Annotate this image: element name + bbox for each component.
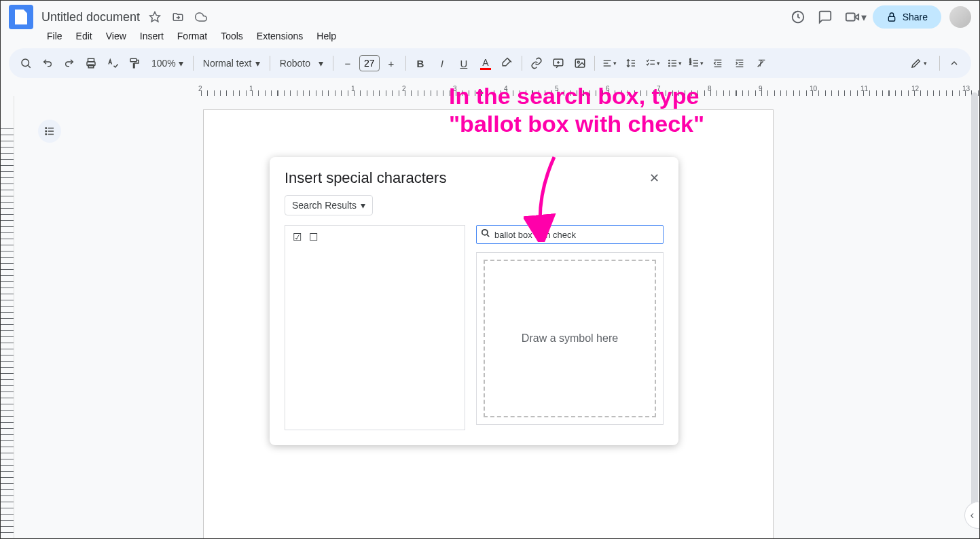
zoom-select[interactable]: 100% ▾ [146,55,189,71]
char-result-ballot-empty[interactable]: ☐ [306,230,321,245]
menu-extensions[interactable]: Extensions [251,28,308,44]
clear-format-button[interactable] [751,53,772,73]
svg-point-22 [668,65,669,66]
menu-bar: File Edit View Insert Format Tools Exten… [1,28,979,48]
svg-rect-8 [130,58,137,62]
fontsize-decrease[interactable]: − [338,53,358,73]
separator [939,56,940,71]
zoom-value: 100% [151,58,176,69]
svg-point-42 [46,131,47,132]
separator [522,56,522,71]
caret-down-icon: ▾ [361,200,365,211]
dialog-title: Insert special characters [285,169,446,187]
caret-down-icon: ▾ [861,11,867,24]
menu-format[interactable]: Format [172,28,213,44]
caret-down-icon: ▾ [255,58,260,69]
menu-view[interactable]: View [101,28,132,44]
separator [594,56,595,71]
bullet-list-button[interactable]: ▾ [664,53,685,73]
results-panel: ☑ ☐ [285,225,465,430]
draw-panel[interactable]: Draw a symbol here [476,252,664,425]
svg-point-40 [46,128,47,129]
print-icon[interactable] [81,53,101,73]
add-comment-button[interactable] [548,53,568,73]
separator [270,56,270,71]
numbered-list-button[interactable]: 12▾ [686,53,706,73]
svg-rect-3 [888,16,894,21]
editing-mode-button[interactable]: ▾ [901,53,935,73]
outdent-button[interactable] [708,53,728,73]
redo-icon[interactable] [59,53,79,73]
svg-point-4 [22,59,29,67]
align-button[interactable]: ▾ [599,53,619,73]
search-icon [481,228,490,241]
bold-button[interactable]: B [410,53,431,73]
star-icon[interactable] [147,9,163,25]
docs-logo[interactable] [9,5,33,29]
font-value: Roboto [280,58,310,69]
spellcheck-icon[interactable] [103,53,123,73]
ruler-vertical [1,96,14,539]
close-icon[interactable]: ✕ [645,169,664,187]
scrollbar-vertical[interactable] [971,92,978,527]
outline-button[interactable] [38,120,61,143]
svg-point-11 [577,61,579,63]
menu-help[interactable]: Help [311,28,342,44]
menu-insert[interactable]: Insert [134,28,169,44]
share-button[interactable]: Share [873,5,941,29]
underline-button[interactable]: U [454,53,474,73]
search-icon[interactable] [16,53,36,73]
text-color-button[interactable]: A [475,53,496,73]
collapse-toolbar-button[interactable] [944,53,964,73]
comment-icon[interactable] [812,3,839,31]
char-result-ballot-check[interactable]: ☑ [289,230,304,245]
fontsize-input[interactable] [359,55,380,71]
caret-down-icon: ▾ [319,58,323,69]
indent-button[interactable] [729,53,750,73]
move-icon[interactable] [170,9,186,25]
special-characters-dialog: Insert special characters ✕ Search Resul… [270,157,678,445]
document-title[interactable]: Untitled document [41,10,140,24]
filter-value: Search Results [292,200,357,211]
search-box [476,225,664,244]
lock-icon [886,12,897,22]
svg-point-46 [482,230,488,235]
separator [333,56,333,71]
separator [405,56,406,71]
checklist-button[interactable]: ▾ [642,53,663,73]
highlight-button[interactable] [497,53,518,73]
fontsize-increase[interactable]: + [381,53,401,73]
font-select[interactable]: Roboto ▾ [274,55,329,71]
line-spacing-button[interactable] [621,53,641,73]
paint-format-icon[interactable] [124,53,145,73]
draw-hint: Draw a symbol here [522,332,618,345]
svg-point-21 [668,63,669,63]
filter-dropdown[interactable]: Search Results ▾ [285,195,373,215]
undo-icon[interactable] [37,53,58,73]
italic-button[interactable]: I [432,53,452,73]
svg-point-44 [46,134,47,135]
caret-down-icon: ▾ [179,58,183,69]
menu-tools[interactable]: Tools [215,28,249,44]
paragraph-style-value: Normal text [203,58,252,69]
toolbar: 100% ▾ Normal text ▾ Roboto ▾ − + B I U … [9,48,971,78]
meet-icon[interactable]: ▾ [839,3,873,31]
share-label: Share [903,12,928,22]
separator [193,56,194,71]
svg-marker-0 [150,12,160,22]
ruler-horizontal [1,84,979,96]
paragraph-style-select[interactable]: Normal text ▾ [198,55,266,71]
avatar[interactable] [949,6,971,28]
menu-edit[interactable]: Edit [71,28,98,44]
search-input[interactable] [494,230,659,240]
image-button[interactable] [570,53,590,73]
link-button[interactable] [526,53,547,73]
svg-point-20 [668,60,669,60]
menu-file[interactable]: File [41,28,68,44]
cloud-icon[interactable] [193,9,209,25]
history-icon[interactable] [784,3,812,31]
svg-text:2: 2 [689,62,691,65]
svg-rect-2 [846,14,854,21]
